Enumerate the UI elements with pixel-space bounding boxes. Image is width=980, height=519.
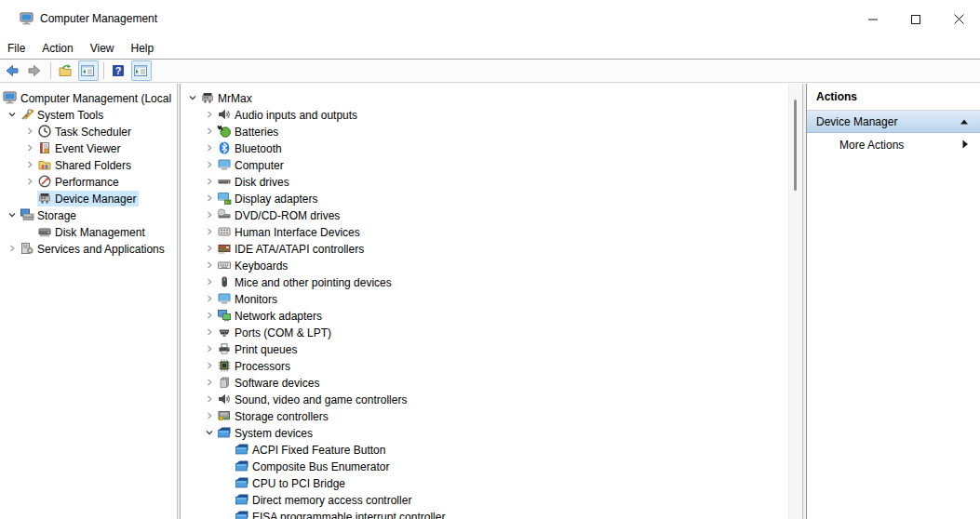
chevron-collapsed-icon[interactable] bbox=[201, 407, 217, 424]
console-tree-item[interactable]: Disk Management bbox=[0, 223, 177, 240]
chevron-collapsed-icon[interactable] bbox=[201, 140, 217, 156]
chevron-collapsed-icon[interactable] bbox=[21, 156, 37, 173]
device-tree-item[interactable]: EISA programmable interrupt controller bbox=[181, 508, 802, 519]
chevron-collapsed-icon[interactable] bbox=[201, 240, 217, 257]
chevron-expanded-icon[interactable] bbox=[4, 106, 20, 123]
vertical-scrollbar[interactable] bbox=[788, 84, 802, 519]
device-tree-item[interactable]: Network adapters bbox=[181, 307, 802, 324]
chevron-expanded-icon[interactable] bbox=[201, 424, 217, 441]
back-button[interactable] bbox=[3, 60, 23, 81]
device-tree-item[interactable]: Sound, video and game controllers bbox=[181, 391, 802, 407]
menu-file[interactable]: File bbox=[0, 38, 34, 59]
device-tree-item[interactable]: Composite Bus Enumerator bbox=[181, 458, 802, 474]
show-hide-action-pane-button[interactable] bbox=[131, 60, 152, 81]
chevron-collapsed-icon[interactable] bbox=[201, 123, 217, 140]
tree-item-content: System devices bbox=[217, 425, 315, 441]
device-tree-item[interactable]: Mice and other pointing devices bbox=[181, 273, 802, 290]
device-tree-item[interactable]: CPU to PCI Bridge bbox=[181, 474, 802, 491]
console-tree-item[interactable]: Computer Management (Local bbox=[0, 89, 177, 106]
console-tree-item[interactable]: Storage bbox=[0, 206, 177, 223]
performance-icon bbox=[37, 174, 52, 189]
chevron-collapsed-icon[interactable] bbox=[21, 173, 37, 190]
chevron-collapsed-icon[interactable] bbox=[201, 156, 217, 173]
maximize-button[interactable] bbox=[894, 0, 937, 38]
console-tree-item[interactable]: Event Viewer bbox=[0, 140, 177, 156]
show-hide-console-tree-button[interactable] bbox=[78, 60, 99, 81]
device-tree-item[interactable]: Bluetooth bbox=[181, 140, 802, 156]
chevron-collapsed-icon[interactable] bbox=[201, 290, 217, 307]
chevron-collapsed-icon[interactable] bbox=[201, 223, 217, 240]
chevron-collapsed-icon[interactable] bbox=[201, 357, 217, 374]
task-scheduler-icon bbox=[37, 124, 52, 139]
device-tree-item[interactable]: MrMax bbox=[181, 89, 802, 106]
device-tree-item[interactable]: Human Interface Devices bbox=[181, 223, 802, 240]
chevron-collapsed-icon[interactable] bbox=[201, 374, 217, 391]
device-tree-item[interactable]: Display adapters bbox=[181, 190, 802, 206]
device-tree-item[interactable]: Print queues bbox=[181, 340, 802, 357]
device-tree-item[interactable]: System devices bbox=[181, 424, 802, 441]
tree-item-content: Computer bbox=[217, 157, 287, 173]
device-tree-item[interactable]: Keyboards bbox=[181, 257, 802, 273]
chevron-collapsed-icon[interactable] bbox=[201, 307, 217, 324]
chevron-expanded-icon[interactable] bbox=[184, 89, 200, 106]
chevron-collapsed-icon[interactable] bbox=[4, 240, 20, 257]
tree-item-label: Human Interface Devices bbox=[235, 225, 360, 239]
menu-view[interactable]: View bbox=[82, 38, 123, 59]
menu-action[interactable]: Action bbox=[34, 38, 81, 59]
more-actions-item[interactable]: More Actions bbox=[807, 133, 980, 155]
device-tree-item[interactable]: Audio inputs and outputs bbox=[181, 106, 802, 123]
minimize-button[interactable] bbox=[852, 0, 894, 38]
tree-item-label: Services and Applications bbox=[37, 242, 165, 256]
device-tree-item[interactable]: DVD/CD-ROM drives bbox=[181, 206, 802, 223]
forward-button[interactable] bbox=[25, 60, 46, 81]
device-tree-item[interactable]: Disk drives bbox=[181, 173, 802, 190]
device-tree-item[interactable]: Storage controllers bbox=[181, 407, 802, 424]
device-manager-icon bbox=[37, 191, 52, 206]
up-one-level-button[interactable] bbox=[56, 60, 76, 81]
device-tree-item[interactable]: Software devices bbox=[181, 374, 802, 391]
tree-item-content: Mice and other pointing devices bbox=[217, 274, 395, 290]
device-tree-item[interactable]: Monitors bbox=[181, 290, 802, 307]
tree-item-label: System devices bbox=[235, 426, 313, 440]
chevron-collapsed-icon[interactable] bbox=[201, 106, 217, 123]
chevron-spacer bbox=[21, 223, 37, 240]
chevron-collapsed-icon[interactable] bbox=[201, 206, 217, 223]
device-tree-item[interactable]: Batteries bbox=[181, 123, 802, 140]
device-tree-item[interactable]: Processors bbox=[181, 357, 802, 374]
software-device-icon bbox=[217, 375, 232, 390]
console-tree-item[interactable]: Task Scheduler bbox=[0, 123, 177, 140]
console-tree-item[interactable]: Performance bbox=[0, 173, 177, 190]
chevron-expanded-icon[interactable] bbox=[4, 206, 20, 223]
scrollbar-thumb[interactable] bbox=[794, 100, 797, 191]
chevron-collapsed-icon[interactable] bbox=[201, 391, 217, 407]
close-icon bbox=[954, 14, 964, 24]
chevron-collapsed-icon[interactable] bbox=[21, 123, 37, 140]
device-tree-item[interactable]: Computer bbox=[181, 156, 802, 173]
speaker-icon bbox=[217, 392, 232, 406]
help-button[interactable]: ? bbox=[109, 60, 129, 81]
chevron-collapsed-icon[interactable] bbox=[201, 257, 217, 273]
console-tree-item[interactable]: Services and Applications bbox=[0, 240, 177, 257]
close-button[interactable] bbox=[937, 0, 980, 38]
tree-item-label: DVD/CD-ROM drives bbox=[235, 208, 340, 222]
device-tree-item[interactable]: IDE ATA/ATAPI controllers bbox=[181, 240, 802, 257]
chevron-collapsed-icon[interactable] bbox=[201, 190, 217, 206]
console-tree-item[interactable]: System Tools bbox=[0, 106, 177, 123]
console-tree-item[interactable]: Shared Folders bbox=[0, 156, 177, 173]
chevron-collapsed-icon[interactable] bbox=[201, 273, 217, 290]
chevron-collapsed-icon[interactable] bbox=[201, 324, 217, 340]
tree-item-content: Disk drives bbox=[217, 174, 292, 190]
chevron-collapsed-icon[interactable] bbox=[201, 173, 217, 190]
collapse-section-icon[interactable] bbox=[960, 118, 969, 126]
device-tree-item[interactable]: ACPI Fixed Feature Button bbox=[181, 441, 802, 458]
chevron-collapsed-icon[interactable] bbox=[21, 140, 37, 156]
title-bar: Computer Management bbox=[0, 0, 980, 38]
chevron-collapsed-icon[interactable] bbox=[201, 340, 217, 357]
tree-item-content: IDE ATA/ATAPI controllers bbox=[217, 241, 367, 257]
device-tree-item[interactable]: Ports (COM & LPT) bbox=[181, 324, 802, 340]
console-tree-item[interactable]: Device Manager bbox=[0, 190, 177, 206]
processor-icon bbox=[217, 358, 232, 373]
actions-section-device-manager[interactable]: Device Manager bbox=[807, 111, 980, 133]
menu-help[interactable]: Help bbox=[123, 38, 163, 59]
device-tree-item[interactable]: Direct memory access controller bbox=[181, 491, 802, 508]
